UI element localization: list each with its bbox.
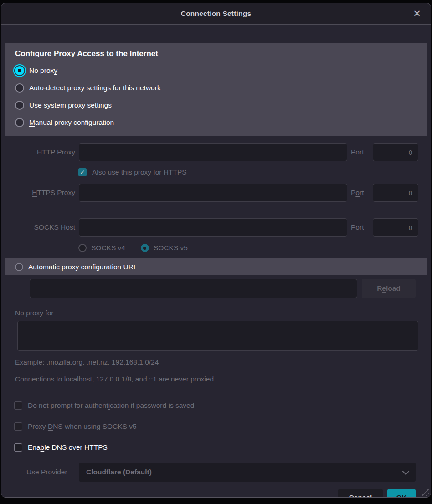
socks-port-label: Port bbox=[351, 223, 369, 231]
http-port-input[interactable] bbox=[373, 143, 418, 161]
auto-url-input[interactable] bbox=[30, 279, 357, 298]
https-proxy-row: HTTPS Proxy Port bbox=[16, 184, 416, 202]
cancel-button[interactable]: Cancel bbox=[338, 489, 383, 498]
options-section: Do not prompt for authentication if pass… bbox=[1, 401, 431, 452]
proxy-dns-checkbox[interactable] bbox=[14, 422, 22, 431]
radio-no-proxy[interactable] bbox=[15, 66, 24, 75]
radio-system-proxy-label: Use system proxy settings bbox=[29, 101, 112, 109]
connection-settings-dialog: Connection Settings ✕ Configure Proxy Ac… bbox=[1, 3, 431, 498]
socks-host-row: SOCKS Host Port bbox=[16, 218, 416, 237]
no-proxy-example-text: Example: .mozilla.org, .net.nz, 192.168.… bbox=[15, 358, 431, 366]
doh-provider-row: Use Provider Cloudflare (Default) bbox=[26, 463, 416, 482]
enable-doh-row[interactable]: Enable DNS over HTTPS bbox=[14, 443, 431, 452]
proxy-mode-group: Configure Proxy Access to the Internet N… bbox=[5, 43, 427, 136]
check-icon: ✓ bbox=[80, 169, 85, 176]
radio-row-auto-detect[interactable]: Auto-detect proxy settings for this netw… bbox=[15, 79, 417, 97]
radio-socks-v5[interactable] bbox=[141, 244, 149, 252]
http-proxy-row: HTTP Proxy Port bbox=[16, 143, 416, 161]
radio-row-auto-url[interactable]: Automatic proxy configuration URL bbox=[15, 263, 138, 271]
no-prompt-row[interactable]: Do not prompt for authentication if pass… bbox=[14, 401, 431, 410]
socks-host-input[interactable] bbox=[79, 218, 347, 237]
chevron-down-icon bbox=[402, 468, 410, 475]
socks-v5-label: SOCKS v5 bbox=[154, 244, 188, 252]
reload-button[interactable]: Reload bbox=[362, 279, 416, 298]
dialog-titlebar: Connection Settings ✕ bbox=[1, 3, 431, 25]
radio-manual-proxy[interactable] bbox=[15, 118, 24, 127]
also-https-row[interactable]: ✓ Also use this proxy for HTTPS bbox=[78, 168, 416, 176]
manual-proxy-section: HTTP Proxy Port ✓ Also use this proxy fo… bbox=[1, 143, 431, 252]
socks-port-input[interactable] bbox=[373, 218, 418, 237]
also-https-checkbox[interactable]: ✓ bbox=[78, 168, 87, 176]
proxy-dns-label: Proxy DNS when using SOCKS v5 bbox=[28, 422, 137, 431]
https-port-label: Port bbox=[351, 189, 369, 197]
radio-no-proxy-label: No proxy bbox=[29, 67, 57, 75]
no-proxy-for-textarea[interactable] bbox=[17, 321, 418, 351]
dialog-footer: Cancel OK bbox=[1, 489, 416, 498]
radio-manual-proxy-label: Manual proxy configuration bbox=[29, 118, 114, 127]
dialog-title: Connection Settings bbox=[181, 10, 252, 18]
auto-url-input-row: Reload bbox=[30, 279, 416, 298]
provider-select[interactable]: Cloudflare (Default) bbox=[79, 463, 416, 482]
http-proxy-input[interactable] bbox=[79, 143, 347, 161]
radio-row-manual-proxy[interactable]: Manual proxy configuration bbox=[15, 114, 417, 131]
https-proxy-label: HTTPS Proxy bbox=[16, 189, 75, 197]
radio-auto-url[interactable] bbox=[15, 263, 23, 271]
no-prompt-checkbox[interactable] bbox=[14, 401, 22, 410]
enable-doh-label: Enable DNS over HTTPS bbox=[28, 443, 108, 452]
socks-v4-label: SOCKS v4 bbox=[91, 244, 125, 252]
localhost-note-text: Connections to localhost, 127.0.0.1/8, a… bbox=[15, 375, 431, 383]
socks-host-label: SOCKS Host bbox=[16, 223, 75, 231]
use-provider-label: Use Provider bbox=[26, 468, 72, 476]
radio-row-no-proxy[interactable]: No proxy bbox=[15, 62, 417, 79]
socks-version-row: SOCKS v4 SOCKS v5 bbox=[78, 244, 416, 252]
proxy-dns-row[interactable]: Proxy DNS when using SOCKS v5 bbox=[14, 422, 431, 431]
auto-url-band[interactable]: Automatic proxy configuration URL bbox=[5, 258, 427, 275]
radio-auto-detect[interactable] bbox=[15, 83, 24, 93]
radio-socks-v4[interactable] bbox=[78, 244, 87, 252]
enable-doh-checkbox[interactable] bbox=[14, 443, 22, 452]
no-proxy-for-label: No proxy for bbox=[15, 309, 431, 317]
group-heading: Configure Proxy Access to the Internet bbox=[15, 49, 417, 58]
close-icon[interactable]: ✕ bbox=[408, 3, 426, 24]
provider-selected-value: Cloudflare (Default) bbox=[86, 468, 152, 476]
radio-auto-detect-label: Auto-detect proxy settings for this netw… bbox=[29, 84, 161, 92]
also-https-label: Also use this proxy for HTTPS bbox=[92, 168, 187, 176]
radio-system-proxy[interactable] bbox=[15, 101, 24, 110]
radio-auto-url-label: Automatic proxy configuration URL bbox=[28, 263, 138, 271]
dialog-content: Configure Proxy Access to the Internet N… bbox=[1, 25, 431, 498]
radio-row-system-proxy[interactable]: Use system proxy settings bbox=[15, 97, 417, 114]
ok-button[interactable]: OK bbox=[387, 489, 416, 498]
no-prompt-label: Do not prompt for authentication if pass… bbox=[28, 401, 194, 410]
https-proxy-input[interactable] bbox=[79, 184, 347, 202]
https-port-input[interactable] bbox=[373, 184, 418, 202]
http-port-label: Port bbox=[351, 148, 369, 156]
http-proxy-label: HTTP Proxy bbox=[16, 148, 75, 156]
